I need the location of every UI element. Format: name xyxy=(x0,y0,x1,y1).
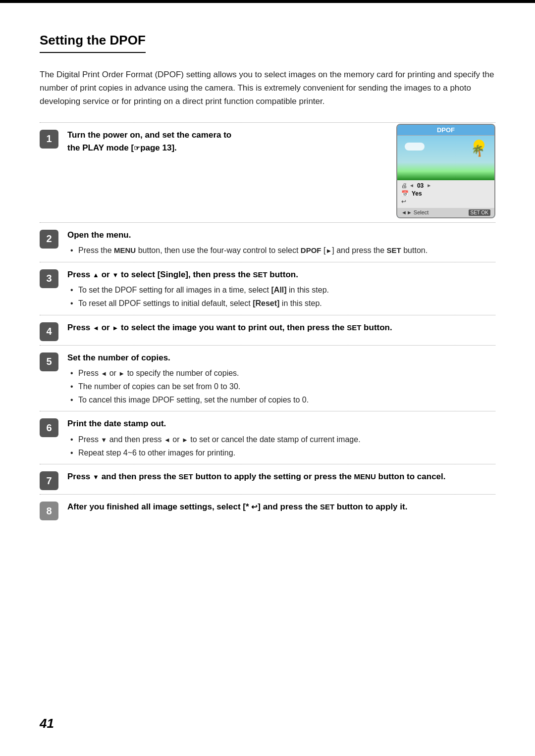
ctrl-right-arrow: ► xyxy=(427,183,431,188)
step-6-bullets: Press and then press or to set or cancel… xyxy=(67,434,495,459)
page-content: Setting the DPOF The Digital Print Order… xyxy=(0,3,535,563)
step-8-divider xyxy=(40,494,495,495)
camera-screen-controls: 🖨 ◄ 03 ► 📅 Yes ↩ xyxy=(397,180,494,208)
step-1-main-text: Turn the power on, and set the camera to… xyxy=(67,129,386,155)
step-6-bullet-2: Repeat step 4~6 to other images for prin… xyxy=(67,447,495,459)
step-7-content: Press and then press the SET button to a… xyxy=(67,470,495,486)
camera-screen-header: DPOF xyxy=(397,125,494,136)
step-3-divider xyxy=(40,262,495,262)
return-icon: ↩ xyxy=(401,198,406,205)
camera-screen: DPOF 🌴 🖨 ◄ 03 xyxy=(396,124,495,218)
step-8-content: After you finished all image settings, s… xyxy=(67,501,495,516)
step-7-main-text: Press and then press the SET button to a… xyxy=(67,470,495,483)
step-6-badge: 6 xyxy=(40,418,58,437)
step-4-section: 4 Press or to select the image you want … xyxy=(40,315,495,341)
date-icon: 📅 xyxy=(401,190,409,197)
step-2-bullets: Press the MENU button, then use the four… xyxy=(67,245,495,257)
step-5-bullet-1: Press or to specify the number of copies… xyxy=(67,367,495,380)
step-3-row: 3 Press or to select [Single], then pres… xyxy=(40,268,495,311)
step-4-row: 4 Press or to select the image you want … xyxy=(40,321,495,341)
ok-label: SET OK xyxy=(469,209,491,216)
step-3-bullet-2: To reset all DPOF settings to initial de… xyxy=(67,298,495,310)
step-4-content: Press or to select the image you want to… xyxy=(67,321,495,337)
step-7-badge: 7 xyxy=(40,471,58,490)
step-4-badge: 4 xyxy=(40,322,58,341)
step-6-bullet-1: Press and then press or to set or cancel… xyxy=(67,434,495,446)
step-2-divider xyxy=(40,222,495,223)
step-5-section: 5 Set the number of copies. Press or to … xyxy=(40,345,495,407)
step-6-row: 6 Print the date stamp out. Press and th… xyxy=(40,417,495,460)
step-8-main-text: After you finished all image settings, s… xyxy=(67,501,495,513)
step-5-bullets: Press or to specify the number of copies… xyxy=(67,367,495,406)
step-6-divider xyxy=(40,411,495,411)
step-1-badge: 1 xyxy=(40,130,58,149)
step-1-with-image: Turn the power on, and set the camera to… xyxy=(67,129,495,218)
step-2-section: 2 Open the menu. Press the MENU button, … xyxy=(40,222,495,258)
step-4-main-text: Press or to select the image you want to… xyxy=(67,321,495,334)
step-7-row: 7 Press and then press the SET button to… xyxy=(40,470,495,490)
scene-sky: 🌴 xyxy=(397,136,494,180)
step-5-badge: 5 xyxy=(40,353,58,371)
step-2-content: Open the menu. Press the MENU button, th… xyxy=(67,229,495,258)
step-3-badge: 3 xyxy=(40,269,58,288)
camera-screen-footer: ◄► Select SET OK xyxy=(397,208,494,217)
step-5-bullet-2: The number of copies can be set from 0 t… xyxy=(67,381,495,393)
step-2-bullet-1: Press the MENU button, then use the four… xyxy=(67,245,495,257)
step-8-badge: 8 xyxy=(40,502,58,520)
palm-top: 🌴 xyxy=(471,145,484,157)
ctrl-row-return: ↩ xyxy=(401,198,490,205)
camera-screen-body: 🌴 xyxy=(397,136,494,180)
printer-icon: 🖨 xyxy=(401,182,407,189)
step-1-section: 1 Turn the power on, and set the camera … xyxy=(40,122,495,218)
step-1-content: Turn the power on, and set the camera to… xyxy=(67,129,495,218)
page-title: Setting the DPOF xyxy=(40,33,146,53)
step-1-divider xyxy=(40,122,495,123)
step-1-row: 1 Turn the power on, and set the camera … xyxy=(40,129,495,218)
step-3-bullets: To set the DPOF setting for all images i… xyxy=(67,284,495,310)
step-3-bullet-1: To set the DPOF setting for all images i… xyxy=(67,284,495,297)
cloud-shape xyxy=(405,143,425,151)
step-1-text-col: Turn the power on, and set the camera to… xyxy=(67,129,386,158)
step-3-main-text: Press or to select [Single], then press … xyxy=(67,268,495,281)
step-6-content: Print the date stamp out. Press and then… xyxy=(67,417,495,460)
step-5-main-text: Set the number of copies. xyxy=(67,352,495,364)
step-4-divider xyxy=(40,315,495,315)
step-5-bullet-3: To cancel this image DPOF setting, set t… xyxy=(67,394,495,406)
page-ref-icon: ☞ xyxy=(134,144,140,152)
step-5-divider xyxy=(40,345,495,346)
ctrl-value: 03 xyxy=(417,182,424,189)
step-6-section: 6 Print the date stamp out. Press and th… xyxy=(40,411,495,460)
ctrl-row-yes: 📅 Yes xyxy=(401,190,490,197)
intro-text: The Digital Print Order Format (DPOF) se… xyxy=(40,68,495,108)
page-number: 41 xyxy=(40,716,54,731)
select-label: ◄► Select xyxy=(401,209,428,215)
step-8-section: 8 After you finished all image settings,… xyxy=(40,494,495,520)
ctrl-yes-label: Yes xyxy=(412,190,422,197)
step-3-content: Press or to select [Single], then press … xyxy=(67,268,495,311)
step-7-divider xyxy=(40,464,495,464)
step-6-main-text: Print the date stamp out. xyxy=(67,417,495,430)
step-5-content: Set the number of copies. Press or to sp… xyxy=(67,352,495,407)
ctrl-row-copies: 🖨 ◄ 03 ► xyxy=(401,182,490,189)
step-2-badge: 2 xyxy=(40,230,58,249)
step-2-main-text: Open the menu. xyxy=(67,229,495,242)
step-2-row: 2 Open the menu. Press the MENU button, … xyxy=(40,229,495,258)
ctrl-left-arrow: ◄ xyxy=(409,183,414,188)
step-5-row: 5 Set the number of copies. Press or to … xyxy=(40,352,495,407)
step-3-section: 3 Press or to select [Single], then pres… xyxy=(40,262,495,311)
step-7-section: 7 Press and then press the SET button to… xyxy=(40,464,495,490)
step-8-row: 8 After you finished all image settings,… xyxy=(40,501,495,520)
